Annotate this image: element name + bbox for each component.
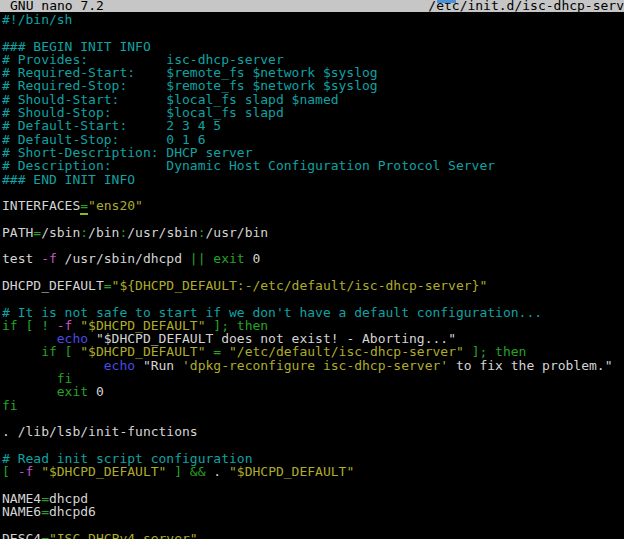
code-line: fi — [2, 399, 624, 412]
code-segment: . — [206, 464, 229, 479]
file-path-label: /etc/init.d/isc-dhcp-serv — [428, 0, 624, 12]
code-line: test -f /usr/sbin/dhcpd || exit 0 — [2, 252, 624, 265]
code-line: INTERFACES="ens20" — [2, 199, 624, 212]
code-segment: 0 — [88, 384, 104, 399]
code-segment: : — [80, 225, 88, 240]
code-segment: dhcpd6 — [49, 504, 96, 519]
nano-titlebar: GNU nano 7.2 /etc/init.d/isc-dhcp-serv — [0, 0, 624, 12]
code-line: #!/bin/sh — [2, 13, 624, 26]
code-segment: = — [41, 531, 49, 539]
code-segment: "ISC DHCPv4 server" — [49, 531, 198, 539]
blue-accent-strip — [437, 0, 456, 3]
code-line: # Description: Dynamic Host Configuratio… — [2, 159, 624, 172]
code-segment: "$DHCPD_DEFAULT" — [229, 464, 354, 479]
code-segment: /usr/sbin/dhcpd — [57, 251, 190, 266]
code-line: echo "$DHCPD_DEFAULT does not exist! - A… — [2, 332, 624, 345]
code-segment — [33, 464, 41, 479]
code-line: fi — [2, 372, 624, 385]
code-line: # Should-Stop: $local_fs slapd — [2, 106, 624, 119]
code-segment: ] && — [166, 464, 205, 479]
code-line: DHCPD_DEFAULT="${DHCPD_DEFAULT:-/etc/def… — [2, 279, 624, 292]
code-segment: 0 — [245, 251, 261, 266]
code-segment: "${DHCPD_DEFAULT:-/etc/default/isc-dhcp-… — [112, 278, 488, 293]
code-line — [2, 239, 624, 252]
code-segment: "Run — [135, 358, 182, 373]
code-segment: || exit — [190, 251, 245, 266]
code-segment: /sbin — [41, 225, 80, 240]
code-line: # Read init script configuration — [2, 452, 624, 465]
code-line: # Default-Stop: 0 1 6 — [2, 133, 624, 146]
code-line: . /lib/lsb/init-functions — [2, 425, 624, 438]
code-line: exit 0 — [2, 385, 624, 398]
code-segment: to fix the problem." — [448, 358, 612, 373]
code-line: # Default-Start: 2 3 4 5 — [2, 119, 624, 132]
text-cursor: = — [80, 198, 88, 215]
code-line — [2, 478, 624, 491]
code-segment: /bin — [88, 225, 119, 240]
code-segment: /usr/bin — [206, 225, 269, 240]
code-segment: = — [41, 504, 49, 519]
code-segment: "$DHCPD_DEFAULT" — [41, 464, 166, 479]
code-line: # Required-Start: $remote_fs $network $s… — [2, 66, 624, 79]
code-line: # Should-Start: $local_fs slapd $named — [2, 93, 624, 106]
code-line — [2, 212, 624, 225]
code-segment: /usr/sbin — [127, 225, 197, 240]
code-line: NAME6=dhcpd6 — [2, 505, 624, 518]
code-segment: "ens20" — [88, 198, 143, 213]
code-line — [2, 26, 624, 39]
code-segment: -f — [18, 464, 34, 479]
code-line: [ -f "$DHCPD_DEFAULT" ] && . "$DHCPD_DEF… — [2, 465, 624, 478]
code-line — [2, 266, 624, 279]
code-segment: DHCPD_DEFAULT — [2, 278, 104, 293]
code-line: ### END INIT INFO — [2, 173, 624, 186]
editor-area[interactable]: #!/bin/sh ### BEGIN INIT INFO# Provides:… — [0, 12, 624, 539]
code-segment: DESC4 — [2, 531, 41, 539]
code-line: if [ ! -f "$DHCPD_DEFAULT" ]; then — [2, 319, 624, 332]
code-line: # Required-Stop: $remote_fs $network $sy… — [2, 79, 624, 92]
code-line — [2, 412, 624, 425]
code-segment: . /lib/lsb/init-functions — [2, 424, 198, 439]
code-line — [2, 518, 624, 531]
code-segment: ### END INIT INFO — [2, 172, 135, 187]
terminal-window: GNU nano 7.2 /etc/init.d/isc-dhcp-serv #… — [0, 0, 624, 539]
code-line — [2, 439, 624, 452]
code-line: NAME4=dhcpd — [2, 492, 624, 505]
code-line: ### BEGIN INIT INFO — [2, 40, 624, 53]
code-segment: echo — [104, 358, 135, 373]
code-segment: = — [104, 278, 112, 293]
code-line: PATH=/sbin:/bin:/usr/sbin:/usr/bin — [2, 226, 624, 239]
code-segment: -f — [41, 251, 57, 266]
code-segment: exit — [57, 384, 88, 399]
code-line: # Short-Description: DHCP server — [2, 146, 624, 159]
code-line — [2, 186, 624, 199]
code-line: # Provides: isc-dhcp-server — [2, 53, 624, 66]
app-version-label: GNU nano 7.2 — [10, 0, 104, 12]
code-line: if [ "$DHCPD_DEFAULT" = "/etc/default/is… — [2, 345, 624, 358]
code-segment: INTERFACES — [2, 198, 80, 213]
code-line — [2, 292, 624, 305]
code-segment: 'dpkg-reconfigure isc-dhcp-server' — [182, 358, 448, 373]
code-segment — [10, 464, 18, 479]
code-line: DESC4="ISC DHCPv4 server" — [2, 532, 624, 539]
code-segment: #!/bin/sh — [2, 12, 72, 27]
code-segment: = — [33, 225, 41, 240]
code-line: # It is not safe to start if we don't ha… — [2, 306, 624, 319]
code-line: echo "Run 'dpkg-reconfigure isc-dhcp-ser… — [2, 359, 624, 372]
code-segment: : — [198, 225, 206, 240]
